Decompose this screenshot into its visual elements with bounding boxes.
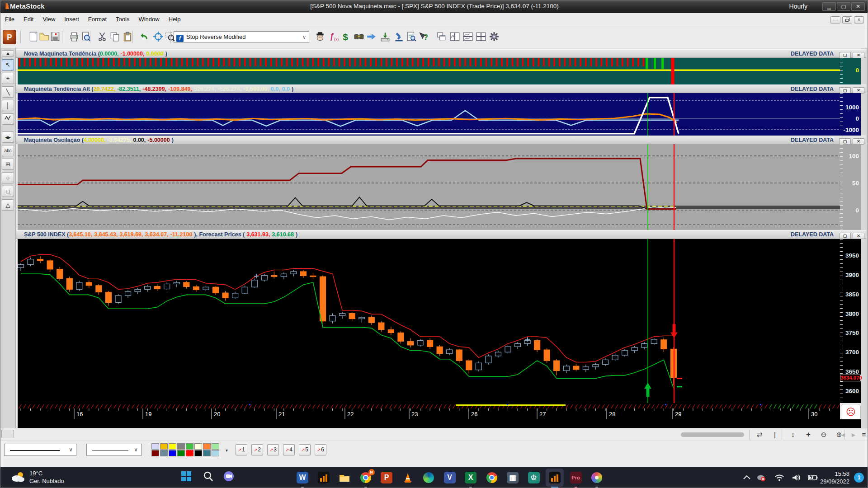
horizontal-scrollbar[interactable] [681, 432, 744, 437]
resize-tab[interactable] [1, 430, 14, 438]
ellipse-tool[interactable]: ○ [2, 172, 14, 183]
template-button-2[interactable]: ↗2 [251, 444, 263, 455]
crosshair-target-icon[interactable] [152, 31, 164, 43]
scroll-up-tool[interactable]: ▴ [2, 50, 14, 56]
taskbar-app-word[interactable]: W [295, 470, 310, 485]
taskbar-app-metastock[interactable] [316, 470, 331, 485]
taskbar-clock[interactable]: 15:58 29/09/2022 [820, 470, 849, 485]
panel-restore-button[interactable]: ▢ [839, 52, 851, 58]
taskbar-app-edge[interactable] [421, 470, 436, 485]
bar-marker-icon[interactable]: | [769, 429, 781, 440]
layout-settings-icon[interactable] [488, 31, 500, 43]
vertical-line-tool[interactable]: │ [2, 100, 14, 111]
child-minimize-button[interactable]: — [830, 16, 840, 23]
panel-restore-button[interactable]: ▢ [839, 138, 851, 145]
child-close-button[interactable]: × [854, 16, 864, 23]
color-swatch[interactable] [186, 450, 193, 456]
save-icon[interactable] [49, 31, 61, 43]
close-button[interactable]: ✕ [851, 2, 865, 11]
new-chart-icon[interactable] [28, 31, 39, 43]
taskbar-app-pro[interactable]: Pro [569, 470, 583, 485]
text-tool[interactable]: abc [2, 145, 14, 156]
zoom-select-icon[interactable] [164, 31, 176, 43]
indicator-builder-icon[interactable]: ƒ(x) [328, 31, 340, 43]
template-button-5[interactable]: ↗5 [299, 444, 311, 455]
panel-close-button[interactable]: ✕ [853, 87, 864, 94]
menu-item-tools[interactable]: Tools [111, 13, 134, 23]
menu-item-file[interactable]: File [0, 13, 19, 23]
color-swatch[interactable] [186, 443, 193, 450]
triangle-tool[interactable]: △ [2, 199, 14, 211]
zigzag-tool[interactable] [2, 113, 14, 125]
tile-vertical-icon[interactable] [449, 31, 461, 43]
zoom-out-icon[interactable]: ⊖ [818, 429, 830, 440]
vertical-resize-icon[interactable]: ↕ [787, 429, 799, 440]
panel-chart-3[interactable] [18, 144, 840, 230]
onedrive-error-icon[interactable] [756, 473, 766, 482]
microscope-view-icon[interactable] [393, 31, 405, 43]
panel-close-button[interactable]: ✕ [853, 138, 864, 145]
color-swatch[interactable] [151, 443, 159, 450]
notification-count-badge[interactable]: 1 [854, 473, 864, 483]
copy-icon[interactable] [109, 31, 121, 43]
forecaster-arrow-icon[interactable] [366, 31, 377, 43]
taskbar-app-visio[interactable]: V [443, 470, 457, 485]
color-swatch[interactable] [203, 443, 211, 450]
scroll-pair-tool[interactable]: ◂▸ [2, 131, 14, 143]
panel-close-button[interactable]: ✕ [853, 233, 864, 239]
menu-item-edit[interactable]: Edit [19, 13, 38, 23]
panel-chart-1[interactable] [18, 58, 840, 84]
taskbar-app-chrome[interactable]: N [359, 470, 373, 485]
date-axis[interactable]: 1619202122232627282930 [18, 408, 840, 419]
color-swatch[interactable] [169, 450, 176, 456]
panel-close-button[interactable]: ✕ [853, 52, 864, 58]
teams-button[interactable] [223, 470, 237, 485]
template-button-4[interactable]: ↗4 [283, 444, 295, 455]
power-console-button[interactable]: P [3, 30, 16, 44]
report-view-icon[interactable] [406, 31, 417, 43]
trendline-tool[interactable]: ╲ [2, 86, 14, 98]
expert-advisor-icon[interactable] [314, 31, 326, 43]
print-icon[interactable] [68, 31, 80, 43]
sp500-price-chart[interactable] [18, 239, 840, 403]
crosshair-tool[interactable]: + [2, 73, 14, 84]
open-chart-icon[interactable] [38, 31, 50, 43]
expert-sentiment-icon[interactable]: ☹ [841, 404, 861, 420]
taskbar-app-chess[interactable]: ♔ [527, 470, 541, 485]
tile-horizontal-icon[interactable] [462, 31, 474, 43]
color-swatch[interactable] [194, 450, 202, 456]
panel-restore-button[interactable]: ▢ [839, 233, 851, 239]
paste-icon[interactable] [122, 31, 133, 43]
menu-item-insert[interactable]: Insert [60, 13, 84, 23]
menu-item-window[interactable]: Window [134, 13, 164, 23]
pan-icon[interactable]: + [802, 429, 814, 440]
tile-grid-icon[interactable] [475, 31, 487, 43]
battery-icon[interactable] [808, 473, 818, 482]
taskbar-app-chrome2[interactable] [485, 470, 499, 485]
volume-icon[interactable] [791, 473, 801, 482]
context-help-icon[interactable]: ? [417, 31, 429, 43]
color-swatch[interactable] [203, 450, 211, 456]
system-tester-icon[interactable]: $ [340, 31, 352, 43]
taskbar-app-paint[interactable] [590, 470, 604, 485]
template-button-3[interactable]: ↗3 [267, 444, 279, 455]
start-button[interactable] [180, 470, 195, 485]
color-swatch[interactable] [177, 450, 185, 456]
cascade-windows-icon[interactable] [435, 31, 447, 43]
taskbar-app-vlc[interactable] [401, 470, 415, 485]
pointer-tool[interactable]: ↖ [2, 59, 14, 70]
minimize-button[interactable]: ▁ [822, 2, 836, 11]
menu-item-view[interactable]: View [38, 13, 60, 23]
color-swatch[interactable] [151, 450, 159, 456]
color-swatch[interactable] [160, 450, 168, 456]
tray-chevron-icon[interactable] [742, 473, 752, 482]
search-button[interactable] [203, 470, 217, 485]
color-swatch[interactable] [212, 443, 219, 450]
the-explorer-icon[interactable] [353, 31, 365, 43]
panel-chart-4[interactable] [18, 239, 840, 403]
color-swatch[interactable] [212, 450, 219, 456]
wifi-icon[interactable] [774, 473, 784, 482]
color-swatch[interactable] [160, 443, 168, 450]
taskbar-app-explorer[interactable] [337, 470, 352, 485]
maquineta-oscilacao-chart[interactable] [18, 144, 840, 230]
